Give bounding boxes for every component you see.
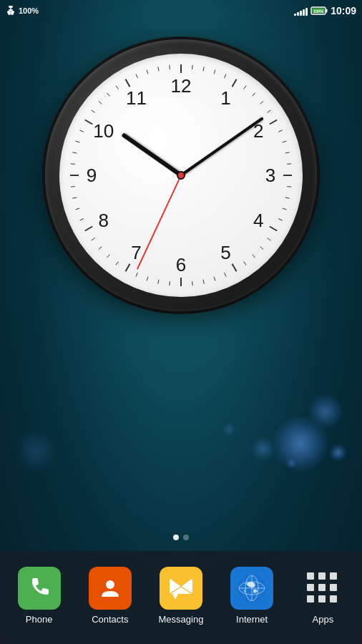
svg-line-52 — [72, 197, 77, 198]
center-dot-red — [178, 172, 184, 178]
status-left: 100% — [6, 5, 39, 16]
hour-hand — [121, 132, 182, 177]
phone-icon — [18, 567, 61, 610]
svg-point-69 — [106, 580, 114, 589]
svg-line-23 — [287, 164, 291, 165]
svg-line-67 — [158, 67, 159, 71]
second-hand — [137, 175, 182, 270]
clock-outer: 121234567891011 — [45, 39, 317, 311]
svg-line-27 — [283, 208, 287, 210]
svg-rect-0 — [9, 6, 13, 7]
messaging-icon — [160, 567, 202, 610]
svg-line-68 — [170, 65, 170, 69]
usb-icon — [6, 5, 16, 16]
apps-icon — [301, 567, 344, 610]
svg-line-14 — [233, 79, 237, 87]
clock-number-5: 5 — [220, 242, 230, 264]
status-right: 100% 10:09 — [294, 5, 356, 16]
svg-line-45 — [116, 262, 119, 265]
apps-grid — [307, 572, 338, 604]
svg-line-21 — [283, 141, 287, 142]
dock-item-contacts[interactable]: Contacts — [78, 567, 142, 625]
messaging-label: Messaging — [159, 614, 204, 625]
svg-line-19 — [270, 120, 277, 125]
svg-line-26 — [285, 197, 290, 198]
clock-number-10: 10 — [93, 119, 114, 142]
svg-line-35 — [225, 273, 226, 276]
clock-number-12: 12 — [171, 75, 192, 97]
clock-widget[interactable]: 121234567891011 — [45, 39, 317, 311]
svg-line-17 — [260, 101, 263, 104]
svg-line-56 — [72, 152, 77, 153]
dock-item-apps[interactable]: Apps — [290, 567, 355, 625]
svg-line-28 — [278, 219, 282, 220]
svg-line-66 — [147, 70, 148, 74]
svg-line-15 — [244, 86, 247, 89]
svg-line-64 — [126, 79, 130, 87]
contacts-icon — [89, 567, 132, 610]
battery-small-label: 100% — [19, 6, 39, 15]
svg-line-49 — [85, 227, 92, 231]
svg-line-42 — [147, 277, 148, 281]
svg-line-22 — [285, 152, 290, 153]
svg-line-12 — [214, 70, 215, 74]
page-indicator — [173, 535, 189, 540]
svg-line-62 — [107, 93, 109, 96]
svg-line-65 — [136, 74, 137, 77]
page-dot-inactive — [183, 535, 189, 540]
svg-line-53 — [71, 187, 75, 187]
svg-line-47 — [99, 247, 102, 250]
svg-line-33 — [244, 262, 247, 265]
svg-line-57 — [76, 141, 80, 142]
status-bar: 100% 100% 10:09 — [0, 0, 362, 21]
svg-line-31 — [260, 247, 263, 250]
svg-line-38 — [192, 281, 193, 286]
svg-marker-71 — [172, 594, 178, 600]
svg-point-4 — [11, 11, 14, 14]
svg-line-10 — [192, 65, 193, 69]
svg-line-18 — [268, 110, 271, 113]
svg-line-41 — [158, 280, 159, 284]
internet-icon — [230, 567, 273, 610]
svg-line-58 — [79, 130, 83, 132]
svg-line-37 — [203, 280, 204, 284]
clock-face: 121234567891011 — [59, 54, 303, 297]
svg-line-43 — [136, 273, 137, 276]
clock-number-6: 6 — [176, 254, 186, 276]
svg-point-3 — [7, 11, 10, 14]
clock-number-8: 8 — [99, 209, 109, 231]
svg-line-40 — [170, 281, 170, 286]
dock-item-internet[interactable]: Internet — [220, 567, 284, 625]
minute-hand — [180, 117, 264, 177]
svg-line-11 — [203, 67, 204, 71]
clock-number-4: 4 — [253, 209, 263, 231]
clock-number-11: 11 — [126, 87, 147, 109]
svg-line-59 — [85, 120, 92, 125]
svg-line-16 — [253, 93, 255, 96]
svg-line-32 — [253, 255, 255, 258]
svg-line-25 — [287, 187, 291, 187]
clock-number-9: 9 — [87, 165, 97, 187]
svg-line-13 — [225, 74, 226, 77]
clock-number-3: 3 — [265, 165, 275, 187]
svg-line-30 — [268, 238, 271, 241]
svg-line-51 — [76, 208, 80, 210]
bottom-dock: Phone Contacts Messaging — [0, 551, 362, 644]
svg-line-61 — [99, 101, 102, 104]
signal-bars — [294, 6, 308, 16]
svg-line-60 — [92, 110, 95, 113]
dock-item-messaging[interactable]: Messaging — [149, 567, 213, 625]
internet-label: Internet — [236, 614, 268, 625]
status-time: 10:09 — [331, 5, 356, 16]
svg-rect-6 — [326, 9, 328, 13]
svg-line-29 — [270, 227, 277, 231]
clock-number-1: 1 — [220, 87, 230, 109]
svg-line-34 — [233, 264, 237, 271]
svg-line-36 — [214, 277, 215, 281]
svg-line-46 — [107, 255, 109, 258]
svg-line-44 — [126, 264, 130, 271]
svg-line-55 — [71, 164, 75, 165]
dock-item-phone[interactable]: Phone — [7, 567, 72, 625]
contacts-label: Contacts — [92, 614, 128, 625]
page-dot-active — [173, 535, 179, 540]
